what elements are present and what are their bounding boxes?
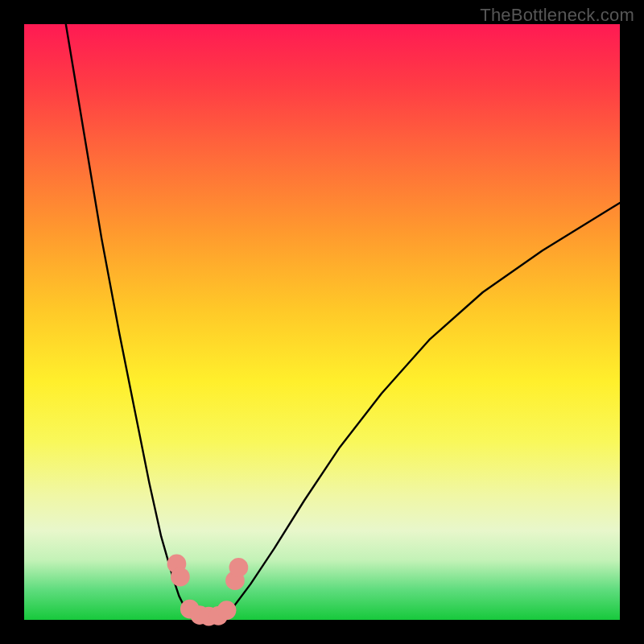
marker-right-bottom-dot: [217, 601, 237, 620]
marker-right-upper-dot: [229, 558, 249, 577]
series-left-curve: [66, 24, 197, 620]
series-right-curve: [221, 203, 620, 620]
marker-layer: [167, 555, 249, 626]
series-layer: [66, 24, 620, 620]
chart-svg: [24, 24, 620, 620]
watermark-text: TheBottleneck.com: [480, 5, 634, 26]
chart-frame: TheBottleneck.com: [0, 0, 644, 644]
marker-left-lower-dot: [171, 568, 190, 587]
